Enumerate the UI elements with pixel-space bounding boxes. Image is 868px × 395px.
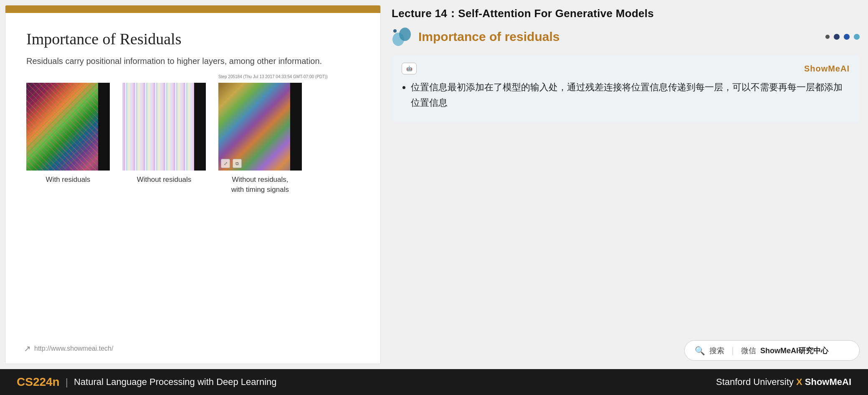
bottom-bar: CS224n | Natural Language Processing wit…: [0, 369, 868, 395]
no-residuals-image: [122, 83, 206, 171]
step-info: Step 205184 (Thu Jul 13 2017 04:33:54 GM…: [218, 74, 328, 79]
slide-panel: Importance of Residuals Residuals carry …: [5, 5, 381, 364]
timing-image: [218, 83, 302, 171]
nav-dots: [825, 34, 860, 40]
course-code: CS224n: [17, 375, 60, 389]
timing-img-wrapper: Step 205184 (Thu Jul 13 2017 04:33:54 GM…: [218, 83, 302, 171]
right-panel: Lecture 14：Self-Attention For Generative…: [387, 0, 868, 369]
search-bar-container: 🔍 搜索 ｜ 微信 ShowMeAI研究中心: [392, 340, 860, 365]
search-brand: ShowMeAI研究中心: [760, 346, 828, 356]
slide-url: ↗ http://www.showmeai.tech/: [24, 344, 113, 354]
ai-card-content: 位置信息最初添加在了模型的输入处，通过残差连接将位置信息传递到每一层，可以不需要…: [402, 79, 850, 111]
expand-icons: ⤢ ⧉: [221, 159, 242, 168]
img-group-with-residuals: With residuals: [26, 83, 110, 185]
search-bar[interactable]: 🔍 搜索 ｜ 微信 ShowMeAI研究中心: [684, 340, 860, 361]
nav-dot-3[interactable]: [844, 34, 850, 40]
ai-badge: 🤖: [402, 63, 417, 74]
img-group-without-residuals: Without residuals: [122, 83, 206, 185]
bottom-left: CS224n | Natural Language Processing wit…: [17, 375, 277, 389]
black-bar-2: [194, 83, 206, 171]
black-bar-3: [290, 83, 302, 171]
slide-top-bar: [5, 5, 380, 13]
cursor-icon: ↗: [24, 344, 31, 354]
slide-title: Importance of Residuals: [26, 30, 359, 48]
img-group-timing: Step 205184 (Thu Jul 13 2017 04:33:54 GM…: [218, 83, 302, 195]
search-icon: 🔍: [695, 346, 705, 356]
nav-dot-1[interactable]: [825, 35, 830, 39]
slide-subtitle: Residuals carry positional information t…: [26, 56, 359, 66]
ai-badge-text: 🤖: [406, 66, 412, 71]
svg-point-2: [393, 29, 397, 33]
showmeai-brand: ShowMeAI: [804, 64, 850, 74]
stanford-text: Stanford University: [716, 377, 794, 387]
img-caption-with-residuals: With residuals: [46, 175, 91, 185]
lecture-title: Lecture 14：Self-Attention For Generative…: [392, 4, 860, 21]
slide-header-left: Importance of residuals: [392, 27, 559, 47]
nav-dot-2[interactable]: [834, 34, 840, 40]
ai-content-item: 位置信息最初添加在了模型的输入处，通过残差连接将位置信息传递到每一层，可以不需要…: [411, 79, 850, 111]
ai-card-header: 🤖 ShowMeAI: [402, 63, 850, 74]
bottom-divider: |: [66, 376, 68, 388]
nav-dot-4[interactable]: [854, 34, 860, 40]
slide-wave-icon: [392, 27, 413, 47]
expand-icon-1[interactable]: ⤢: [221, 159, 230, 168]
ai-content-list: 位置信息最初添加在了模型的输入处，通过残差连接将位置信息传递到每一层，可以不需要…: [402, 79, 850, 111]
ai-card: 🤖 ShowMeAI 位置信息最初添加在了模型的输入处，通过残差连接将位置信息传…: [392, 54, 860, 122]
slide-header-row: Importance of residuals: [392, 27, 860, 47]
slide-heading-title: Importance of residuals: [418, 30, 559, 44]
svg-point-1: [399, 28, 411, 41]
expand-icon-2[interactable]: ⧉: [233, 159, 242, 168]
search-wechat-label: 微信: [741, 346, 756, 356]
img-caption-without-residuals: Without residuals: [137, 175, 191, 185]
course-name: Natural Language Processing with Deep Le…: [74, 377, 277, 387]
slide-url-text: http://www.showmeai.tech/: [34, 345, 113, 352]
slide-images: With residuals Without residuals Step 20…: [26, 83, 359, 195]
black-bar: [98, 83, 110, 171]
search-divider: ｜: [729, 345, 737, 356]
bottom-right: Stanford University X ShowMeAI: [716, 377, 851, 387]
slide-body: Importance of Residuals Residuals carry …: [5, 13, 380, 364]
search-label: 搜索: [709, 346, 724, 356]
showmeai-bottom: ShowMeAI: [805, 377, 851, 387]
x-separator: X: [796, 377, 805, 387]
img-caption-timing: Without residuals, with timing signals: [231, 175, 289, 195]
residuals-image: [26, 83, 110, 171]
